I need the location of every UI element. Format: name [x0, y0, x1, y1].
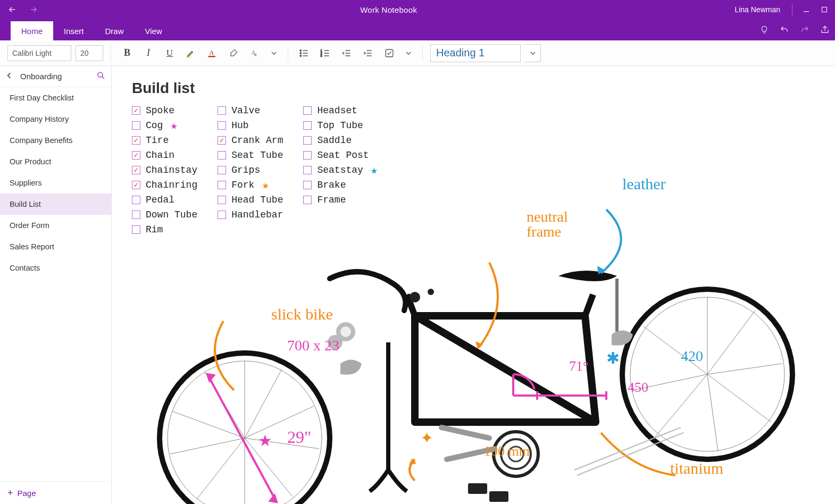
tips-button[interactable] — [754, 19, 774, 40]
tab-insert[interactable]: Insert — [53, 21, 95, 40]
check-item[interactable]: Seat Tube — [218, 149, 283, 162]
annot-slick-bike: slick bike — [271, 305, 333, 323]
minimize-button[interactable] — [799, 2, 814, 17]
clear-formatting-button[interactable]: A✕ — [246, 45, 263, 62]
font-color-icon: A — [207, 48, 218, 58]
redo-button[interactable] — [795, 19, 815, 40]
sidebar-page[interactable]: Suppliers — [0, 172, 111, 194]
svg-rect-0 — [804, 11, 809, 12]
check-label: Valve — [231, 105, 260, 116]
sidebar-page[interactable]: Order Form — [0, 215, 111, 236]
check-item[interactable]: Crank Arm — [218, 134, 283, 147]
font-name-input[interactable] — [7, 45, 71, 61]
undo-button[interactable] — [774, 19, 795, 40]
sidebar-page[interactable]: Our Product — [0, 151, 111, 172]
sidebar-page[interactable]: Company History — [0, 108, 111, 130]
annot-100: 100 mm — [484, 443, 530, 459]
font-size-input[interactable] — [76, 45, 103, 61]
note-canvas[interactable]: Build list SpokeCog★TireChainChainstayCh… — [112, 66, 835, 504]
bold-button[interactable]: B — [119, 45, 136, 62]
svg-point-44 — [410, 292, 420, 303]
todo-tag-button[interactable] — [381, 45, 398, 62]
svg-rect-54 — [468, 483, 487, 494]
check-label: Tire — [146, 135, 169, 146]
paragraph-more-dropdown[interactable] — [402, 50, 415, 56]
share-button[interactable] — [815, 19, 835, 40]
check-label: Seat Post — [317, 150, 369, 161]
checkbox-icon[interactable] — [132, 136, 140, 145]
toolbar: B I U A A✕ 123 Heading 1 — [0, 40, 835, 66]
check-item[interactable]: Chain — [132, 149, 197, 162]
check-label: Top Tube — [317, 120, 363, 131]
check-item[interactable]: Cog★ — [132, 119, 197, 132]
check-item[interactable]: Tire — [132, 134, 197, 147]
checkbox-icon[interactable] — [303, 136, 312, 145]
check-label: Spoke — [146, 105, 174, 116]
chevron-down-icon — [530, 50, 536, 56]
check-item[interactable]: Seat Post — [303, 149, 378, 162]
number-list-button[interactable]: 123 — [317, 45, 334, 62]
check-item[interactable]: Top Tube — [303, 119, 378, 132]
svg-line-32 — [707, 310, 755, 374]
sidebar-page[interactable]: First Day Checklist — [0, 87, 111, 108]
svg-line-64 — [577, 433, 683, 475]
check-item[interactable]: Spoke — [132, 104, 197, 117]
checkbox-icon[interactable] — [218, 106, 226, 115]
highlight-button[interactable] — [182, 45, 199, 62]
svg-point-7 — [300, 49, 302, 51]
user-label[interactable]: Lina Newman — [734, 5, 780, 14]
section-header: Onboarding — [0, 66, 111, 87]
tab-view[interactable]: View — [135, 21, 173, 40]
outdent-button[interactable] — [338, 45, 355, 62]
format-painter-button[interactable] — [225, 45, 242, 62]
svg-line-24 — [170, 438, 245, 454]
annot-titanium: titanium — [670, 459, 723, 477]
sidebar-page[interactable]: Company Benefits — [0, 130, 111, 151]
check-item[interactable]: Valve — [218, 104, 283, 117]
indent-button[interactable] — [360, 45, 377, 62]
styles-dropdown[interactable] — [525, 44, 541, 62]
svg-point-8 — [300, 52, 302, 54]
section-name[interactable]: Onboarding — [20, 72, 91, 81]
checkbox-icon[interactable] — [303, 106, 312, 115]
search-button[interactable] — [96, 71, 106, 82]
checkbox-icon[interactable] — [303, 121, 312, 130]
underline-button[interactable]: U — [161, 45, 178, 62]
checkbox-icon[interactable] — [303, 151, 312, 159]
page-list: First Day ChecklistCompany HistoryCompan… — [0, 87, 111, 481]
tab-draw[interactable]: Draw — [95, 21, 135, 40]
sidebar-page[interactable]: Contacts — [0, 257, 111, 279]
svg-line-33 — [707, 364, 782, 374]
svg-point-45 — [428, 289, 434, 295]
checkbox-icon[interactable] — [132, 121, 140, 130]
sidebar-page[interactable]: Build List — [0, 194, 111, 215]
italic-button[interactable]: I — [140, 45, 157, 62]
bullet-list-button[interactable] — [296, 45, 313, 62]
notebook-title[interactable]: Work Notebook — [46, 5, 731, 14]
checkbox-icon[interactable] — [218, 136, 226, 145]
maximize-button[interactable] — [817, 2, 832, 17]
svg-rect-55 — [489, 491, 508, 502]
minimize-icon — [803, 6, 809, 13]
styles-select[interactable]: Heading 1 — [430, 44, 521, 62]
checkbox-icon[interactable] — [132, 106, 140, 115]
checkbox-icon[interactable] — [132, 151, 140, 159]
add-page-button[interactable]: + Page — [0, 481, 111, 504]
checkbox-icon — [385, 48, 394, 58]
check-item[interactable]: Hub — [218, 119, 283, 132]
back-button[interactable] — [3, 2, 21, 18]
forward-button[interactable] — [24, 2, 43, 18]
section-back-button[interactable] — [5, 72, 15, 81]
note-title[interactable]: Build list — [112, 66, 835, 104]
checkbox-icon[interactable] — [218, 151, 226, 159]
tab-home[interactable]: Home — [11, 21, 53, 40]
svg-point-47 — [340, 326, 351, 337]
arrow-left-icon — [7, 5, 17, 14]
font-more-dropdown[interactable] — [268, 50, 280, 56]
check-item[interactable]: Headset — [303, 104, 378, 117]
checkbox-icon[interactable] — [218, 121, 226, 130]
svg-line-34 — [707, 374, 771, 422]
sidebar-page[interactable]: Sales Report — [0, 236, 111, 257]
font-color-button[interactable]: A — [204, 45, 221, 62]
check-item[interactable]: Saddle — [303, 134, 378, 147]
